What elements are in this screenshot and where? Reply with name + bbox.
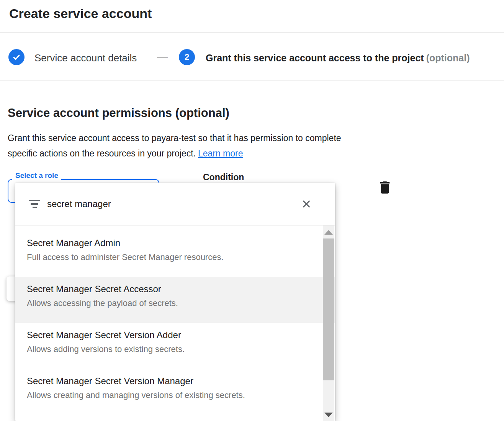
role-option-secret-accessor[interactable]: Secret Manager Secret Accessor Allows ac… [15,277,335,323]
role-option-description: Allows creating and managing versions of… [27,390,304,400]
clear-filter-button[interactable] [301,198,313,210]
role-filter-input[interactable] [47,199,301,209]
section-description: Grant this service account access to pay… [8,130,341,161]
step-2-number: 2 [185,52,189,62]
role-option-secret-version-adder[interactable]: Secret Manager Secret Version Adder Allo… [15,323,335,369]
step-1-label[interactable]: Service account details [34,52,137,64]
step-2-label: Grant this service account access to the… [206,51,470,64]
check-icon [11,52,21,62]
role-option-secret-manager-admin[interactable]: Secret Manager Admin Full access to admi… [15,231,335,277]
header-divider [0,32,504,33]
role-option-title: Secret Manager Secret Version Manager [27,376,304,386]
role-list: Secret Manager Admin Full access to admi… [15,225,335,415]
role-option-title: Secret Manager Secret Version Adder [27,330,304,340]
stepper-divider [0,81,504,81]
trash-icon [377,179,393,196]
role-option-description: Full access to administer Secret Manager… [27,252,304,262]
step-2-number-badge[interactable]: 2 [179,49,195,65]
role-filter-row [15,183,335,225]
delete-role-button[interactable] [377,179,393,196]
description-line-2-text: specific actions on the resources in you… [8,148,196,158]
scrollbar-thumb[interactable] [323,238,334,380]
step-2-optional-text: (optional) [426,53,470,63]
step-2-label-text: Grant this service account access to the… [206,53,424,63]
role-option-description: Allows accessing the payload of secrets. [27,298,304,308]
triangle-down-icon[interactable] [324,413,333,417]
stepper-separator: — [157,50,168,62]
learn-more-link[interactable]: Learn more [198,148,243,158]
description-line-1: Grant this service account access to pay… [8,130,341,146]
condition-label: Condition [203,172,244,183]
role-dropdown-menu: Secret Manager Admin Full access to admi… [15,183,335,421]
step-1-complete-badge[interactable] [8,49,25,65]
filter-icon [29,200,40,208]
description-line-2: specific actions on the resources in you… [8,146,341,161]
select-role-label: Select a role [12,171,61,180]
page-title: Create service account [9,6,152,21]
role-option-title: Secret Manager Secret Accessor [27,284,304,294]
close-icon [301,198,313,210]
triangle-up-icon[interactable] [324,230,333,235]
dropdown-scrollbar[interactable] [323,225,334,421]
role-option-description: Allows adding versions to existing secre… [27,344,304,354]
role-option-secret-version-manager[interactable]: Secret Manager Secret Version Manager Al… [15,369,335,415]
role-option-title: Secret Manager Admin [27,238,304,248]
section-heading: Service account permissions (optional) [8,106,229,120]
